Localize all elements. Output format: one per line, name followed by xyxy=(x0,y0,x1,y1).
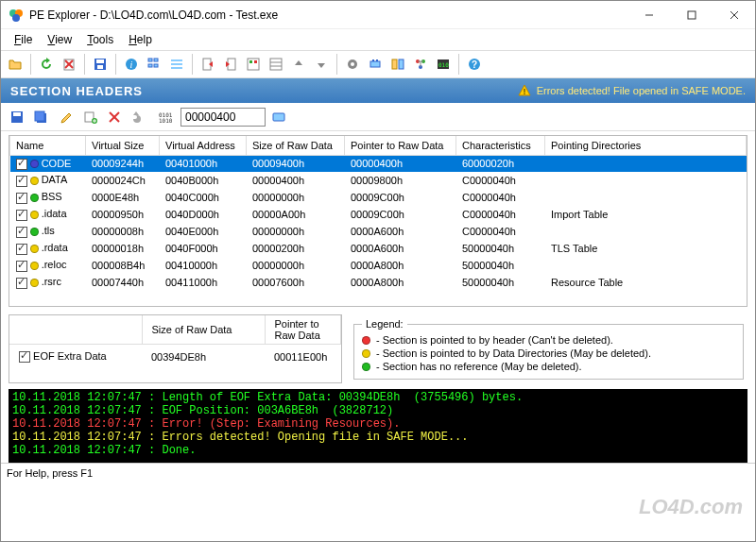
row-vsize: 00000008h xyxy=(86,223,160,240)
green-dot-icon xyxy=(362,363,370,371)
eof-col-blank xyxy=(9,315,142,345)
svg-rect-11 xyxy=(96,59,104,63)
row-vaddr: 00410000h xyxy=(160,257,247,274)
goto-icon[interactable] xyxy=(268,107,289,127)
title-bar: PE Explorer - D:\LO4D.com\LO4D.com - Tes… xyxy=(1,1,755,29)
eof-checkbox[interactable] xyxy=(19,351,30,363)
section-toolbar: 01011010 xyxy=(1,103,755,131)
col-chars[interactable]: Characteristics xyxy=(456,136,545,155)
row-pdirs xyxy=(545,172,747,189)
row-vaddr: 0040C000h xyxy=(160,189,247,206)
col-pdirs[interactable]: Pointing Directories xyxy=(545,136,747,155)
log-console[interactable]: 10.11.2018 12:07:47 : Length of EOF Extr… xyxy=(9,389,747,463)
row-checkbox[interactable] xyxy=(16,176,27,187)
svg-rect-48 xyxy=(13,112,21,116)
green-dot-icon xyxy=(30,194,39,202)
yellow-dot-icon xyxy=(30,279,39,287)
menu-view[interactable]: View xyxy=(40,31,79,48)
dependency-icon[interactable] xyxy=(410,54,431,75)
save-all-icon[interactable] xyxy=(30,107,51,127)
row-pdirs xyxy=(545,223,747,240)
tree-icon[interactable] xyxy=(144,54,164,75)
table-row[interactable]: DATA0000024Ch0040B000h00000400h00009800h… xyxy=(10,172,747,189)
minimize-button[interactable] xyxy=(627,1,670,29)
resources-icon[interactable] xyxy=(243,54,264,75)
legend-green: - Section has no reference (May be delet… xyxy=(362,360,735,373)
refresh-icon[interactable] xyxy=(36,54,57,75)
save-icon[interactable] xyxy=(90,54,111,75)
eof-checkbox-cell[interactable]: EOF Extra Data xyxy=(9,345,142,369)
col-vaddr[interactable]: Virtual Address xyxy=(160,136,247,155)
table-row[interactable]: .idata00000950h0040D000h00000A00h00009C0… xyxy=(10,206,747,223)
nav-down-icon[interactable] xyxy=(311,54,332,75)
plugin-icon[interactable] xyxy=(365,54,386,75)
edit-icon[interactable] xyxy=(57,107,77,127)
section-banner: SECTION HEADERS ! Errors detected! File … xyxy=(1,78,755,103)
recalculate-icon[interactable]: 01011010 xyxy=(154,107,175,127)
row-name: BSS xyxy=(42,191,62,202)
row-name: .rdata xyxy=(42,242,68,253)
maximize-button[interactable] xyxy=(670,1,713,29)
col-rawsize[interactable]: Size of Raw Data xyxy=(247,136,345,155)
undo-icon[interactable] xyxy=(128,107,148,127)
watermark: LO4D.com xyxy=(639,495,743,519)
delete-section-icon[interactable] xyxy=(104,107,125,127)
row-checkbox[interactable] xyxy=(16,278,27,289)
row-pdirs xyxy=(545,155,747,172)
row-checkbox[interactable] xyxy=(16,261,27,272)
gear-icon[interactable] xyxy=(342,54,363,75)
menu-tools[interactable]: Tools xyxy=(79,31,121,48)
save-section-icon[interactable] xyxy=(7,107,27,127)
table-row[interactable]: .tls00000008h0040E000h00000000h0000A600h… xyxy=(10,223,747,240)
row-vsize: 00009244h xyxy=(86,155,160,172)
row-checkbox[interactable] xyxy=(16,227,27,238)
table-row[interactable]: BSS0000E48h0040C000h00000000h00009C00hC0… xyxy=(10,189,747,206)
row-chars: C0000040h xyxy=(456,172,545,189)
table-row[interactable]: CODE00009244h00401000h00009400h00000400h… xyxy=(10,155,747,172)
row-chars: C0000040h xyxy=(456,206,545,223)
compare-icon[interactable] xyxy=(387,54,408,75)
svg-rect-50 xyxy=(35,111,44,121)
row-name: CODE xyxy=(42,158,72,169)
close-button[interactable] xyxy=(713,1,755,29)
row-checkbox[interactable] xyxy=(16,193,27,204)
svg-rect-21 xyxy=(171,67,182,69)
nav-up-icon[interactable] xyxy=(288,54,309,75)
eof-panel: Size of Raw Data Pointer to Raw Data EOF… xyxy=(9,314,342,383)
status-text: For Help, press F1 xyxy=(7,467,93,479)
svg-rect-17 xyxy=(148,64,152,67)
menu-file[interactable]: File xyxy=(7,31,40,48)
address-input[interactable] xyxy=(180,108,266,127)
col-name[interactable]: Name xyxy=(10,136,86,155)
menu-help[interactable]: Help xyxy=(121,31,160,48)
svg-rect-20 xyxy=(171,63,182,65)
open-file-icon[interactable] xyxy=(5,54,26,75)
row-rawptr: 00000400h xyxy=(345,155,456,172)
row-name: DATA xyxy=(42,174,68,185)
main-toolbar: i 010 ? xyxy=(1,50,755,78)
eof-col-rawsize: Size of Raw Data xyxy=(142,315,265,345)
delete-file-icon[interactable] xyxy=(59,54,79,75)
row-checkbox[interactable] xyxy=(16,159,27,170)
yellow-dot-icon xyxy=(30,245,39,253)
export-icon[interactable] xyxy=(198,54,218,75)
row-vaddr: 0040F000h xyxy=(160,240,247,257)
col-rawptr[interactable]: Pointer to Raw Data xyxy=(345,136,456,155)
table-row[interactable]: .rdata00000018h0040F000h00000200h0000A60… xyxy=(10,240,747,257)
list-icon[interactable] xyxy=(166,54,187,75)
eof-rawptr: 00011E00h xyxy=(265,345,340,369)
import-icon[interactable] xyxy=(220,54,241,75)
table-row[interactable]: .reloc000008B4h00410000h00000000h0000A80… xyxy=(10,257,747,274)
yellow-dot-icon xyxy=(30,262,39,270)
row-checkbox[interactable] xyxy=(16,210,27,221)
sections-icon[interactable] xyxy=(266,54,286,75)
table-row[interactable]: .rsrc00007440h00411000h00007600h0000A800… xyxy=(10,274,747,291)
info-icon[interactable]: i xyxy=(121,54,142,75)
app-icon xyxy=(9,8,24,23)
svg-rect-27 xyxy=(270,59,282,70)
row-checkbox[interactable] xyxy=(16,244,27,255)
add-section-icon[interactable] xyxy=(80,107,101,127)
col-vsize[interactable]: Virtual Size xyxy=(86,136,160,155)
help-icon[interactable]: ? xyxy=(464,54,485,75)
disasm-icon[interactable]: 010 xyxy=(433,54,454,75)
